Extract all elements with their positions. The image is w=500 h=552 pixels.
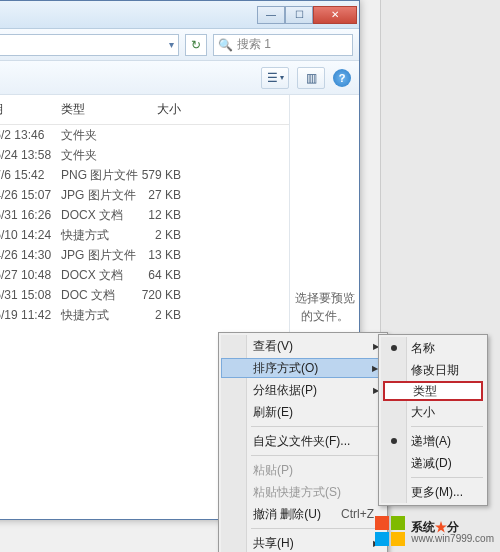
file-rows: /6/2 13:46文件夹/5/24 13:58文件夹/7/6 15:42PNG… (0, 125, 289, 325)
cell-date: /5/31 16:26 (0, 208, 61, 222)
cell-date: /5/27 10:48 (0, 268, 61, 282)
cell-date: /4/26 14:30 (0, 248, 61, 262)
radio-dot-icon (391, 345, 397, 351)
menu-refresh[interactable]: 刷新(E) (221, 401, 385, 423)
table-row[interactable]: /5/31 15:08DOC 文档720 KB (0, 285, 289, 305)
search-icon: 🔍 (218, 38, 233, 52)
menu-separator (411, 477, 483, 478)
sort-ascending[interactable]: 递增(A) (381, 430, 485, 452)
maximize-button[interactable]: ☐ (285, 6, 313, 24)
cell-size: 2 KB (141, 308, 201, 322)
cell-type: JPG 图片文件 (61, 187, 141, 204)
header-date[interactable]: 期 (0, 101, 61, 118)
table-row[interactable]: /5/27 10:48DOCX 文档64 KB (0, 265, 289, 285)
cell-size: 27 KB (141, 188, 201, 202)
address-toolbar: ▾ ↻ 🔍 搜索 1 (0, 29, 359, 61)
window-buttons: — ☐ ✕ (257, 6, 357, 24)
sort-descending[interactable]: 递减(D) (381, 452, 485, 474)
cell-type: PNG 图片文件 (61, 167, 141, 184)
menu-view[interactable]: 查看(V) (221, 335, 385, 357)
cell-type: 文件夹 (61, 127, 141, 144)
search-box[interactable]: 🔍 搜索 1 (213, 34, 353, 56)
menu-separator (251, 528, 383, 529)
cell-size: 579 KB (141, 168, 201, 182)
cell-date: /5/19 11:42 (0, 308, 61, 322)
table-row[interactable]: /5/31 16:26DOCX 文档12 KB (0, 205, 289, 225)
cell-date: /6/2 13:46 (0, 128, 61, 142)
table-row[interactable]: /5/19 11:42快捷方式2 KB (0, 305, 289, 325)
cell-type: DOCX 文档 (61, 267, 141, 284)
table-row[interactable]: /5/24 13:58文件夹 (0, 145, 289, 165)
preview-placeholder: 选择要预览的文件。 (294, 289, 355, 325)
watermark-text: 系统★分 www.win7999.com (411, 518, 494, 544)
close-button[interactable]: ✕ (313, 6, 357, 24)
header-type[interactable]: 类型 (61, 101, 141, 118)
table-row[interactable]: /7/6 15:42PNG 图片文件579 KB (0, 165, 289, 185)
cell-date: /5/31 15:08 (0, 288, 61, 302)
menu-separator (251, 426, 383, 427)
menu-customize[interactable]: 自定义文件夹(F)... (221, 430, 385, 452)
cell-size: 2 KB (141, 228, 201, 242)
sort-name[interactable]: 名称 (381, 337, 485, 359)
cell-date: /5/10 14:24 (0, 228, 61, 242)
table-row[interactable]: /5/10 14:24快捷方式2 KB (0, 225, 289, 245)
cell-type: 快捷方式 (61, 307, 141, 324)
radio-dot-icon (391, 438, 397, 444)
cell-date: /7/6 15:42 (0, 168, 61, 182)
menu-group[interactable]: 分组依据(P) (221, 379, 385, 401)
menu-share[interactable]: 共享(H) (221, 532, 385, 552)
view-mode-button[interactable]: ☰ (261, 67, 289, 89)
cell-type: 快捷方式 (61, 227, 141, 244)
context-menu: 查看(V) 排序方式(O) 分组依据(P) 刷新(E) 自定义文件夹(F)...… (218, 332, 388, 552)
cell-size: 12 KB (141, 208, 201, 222)
search-placeholder: 搜索 1 (237, 36, 271, 53)
shortcut-label: Ctrl+Z (321, 507, 374, 521)
sort-more[interactable]: 更多(M)... (381, 481, 485, 503)
help-icon[interactable]: ? (333, 69, 351, 87)
menu-undo[interactable]: 撤消 删除(U)Ctrl+Z (221, 503, 385, 525)
table-row[interactable]: /4/26 14:30JPG 图片文件13 KB (0, 245, 289, 265)
sort-submenu: 名称 修改日期 类型 大小 递增(A) 递减(D) 更多(M)... (378, 334, 488, 506)
table-row[interactable]: /4/26 15:07JPG 图片文件27 KB (0, 185, 289, 205)
chevron-down-icon: ▾ (169, 39, 174, 50)
titlebar[interactable]: — ☐ ✕ (0, 1, 359, 29)
menu-separator (411, 426, 483, 427)
cell-size: 720 KB (141, 288, 201, 302)
menu-paste-shortcut: 粘贴快捷方式(S) (221, 481, 385, 503)
table-row[interactable]: /6/2 13:46文件夹 (0, 125, 289, 145)
cell-size: 13 KB (141, 248, 201, 262)
preview-pane-button[interactable]: ▥ (297, 67, 325, 89)
menu-paste: 粘贴(P) (221, 459, 385, 481)
address-bar[interactable]: ▾ (0, 34, 179, 56)
cell-type: DOC 文档 (61, 287, 141, 304)
cell-size: 64 KB (141, 268, 201, 282)
minimize-button[interactable]: — (257, 6, 285, 24)
cell-type: DOCX 文档 (61, 207, 141, 224)
cell-date: /5/24 13:58 (0, 148, 61, 162)
view-toolbar: ☰ ▥ ? (0, 61, 359, 95)
menu-separator (251, 455, 383, 456)
ms-logo-icon (375, 516, 405, 546)
column-headers[interactable]: 期 类型 大小 (0, 95, 289, 125)
cell-type: 文件夹 (61, 147, 141, 164)
sort-type[interactable]: 类型 (383, 381, 483, 401)
menu-sort[interactable]: 排序方式(O) (221, 358, 385, 378)
refresh-button[interactable]: ↻ (185, 34, 207, 56)
header-size[interactable]: 大小 (141, 101, 201, 118)
sort-modified-date[interactable]: 修改日期 (381, 359, 485, 381)
sort-size[interactable]: 大小 (381, 401, 485, 423)
cell-date: /4/26 15:07 (0, 188, 61, 202)
watermark: 系统★分 www.win7999.com (375, 516, 494, 546)
cell-type: JPG 图片文件 (61, 247, 141, 264)
